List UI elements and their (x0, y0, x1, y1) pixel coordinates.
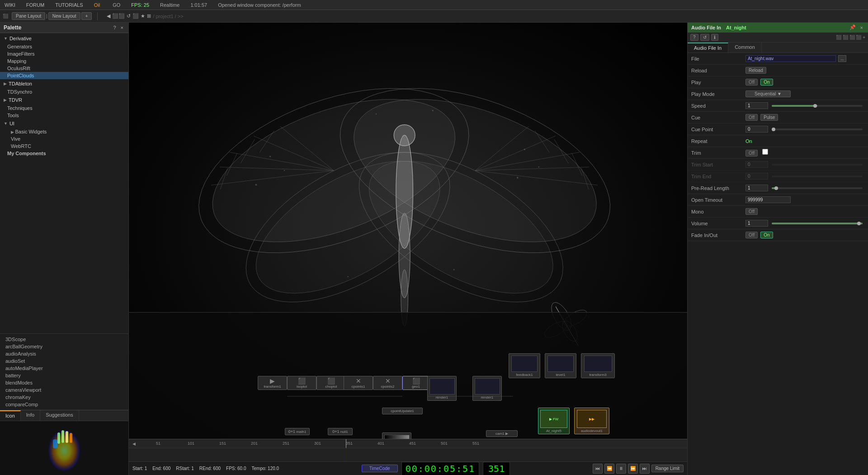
palette-sub-audioanalysis[interactable]: audioAnalysis (0, 350, 128, 357)
tutorials-menu[interactable]: TUTORIALS (53, 2, 85, 8)
param-play-off-btn[interactable]: Off (745, 79, 758, 86)
param-file-input[interactable] (745, 55, 836, 62)
nav-grid[interactable]: ⊞ (147, 13, 151, 19)
param-reload-btn[interactable]: Reload (745, 67, 766, 74)
transport-play-btn[interactable]: ⏸ (616, 464, 626, 474)
transport-prev-btn[interactable]: ⏮ (593, 464, 603, 474)
node-feedback1[interactable]: feedback1 (509, 353, 540, 378)
rpanel-tab-common[interactable]: Common (728, 43, 762, 52)
node-render1[interactable]: render1 (427, 376, 457, 401)
param-fadeinout-on-btn[interactable]: On (760, 232, 773, 238)
node-audiodevout[interactable]: ▶▶ audiodevout1 (574, 408, 609, 434)
palette-basic-widgets[interactable]: ▶ Basic Widgets (0, 128, 128, 135)
node-pointupdate[interactable]: cpointUpdate1 (382, 408, 423, 414)
oil-menu[interactable]: Oil (92, 2, 102, 8)
node-level1[interactable]: level1 (545, 353, 576, 378)
palette-generators[interactable]: Generators (0, 43, 128, 50)
palette-mapping[interactable]: Mapping (0, 57, 128, 65)
new-layout-btn[interactable]: New Layout (48, 12, 80, 20)
rpanel-tab-audiofilein[interactable]: Audio File In (688, 43, 728, 52)
param-opentimeout-input[interactable] (745, 196, 791, 203)
palette-sub-3dscope[interactable]: 3DScope (0, 336, 128, 343)
palette-imagefilters[interactable]: ImageFilters (0, 50, 128, 57)
param-prereadlength-slider[interactable] (772, 187, 863, 189)
palette-tab-icon[interactable]: Icon (0, 410, 21, 421)
palette-sub-battery[interactable]: battery (0, 372, 128, 379)
palette-tdableton-header[interactable]: ▶ TDAbleton (4, 80, 125, 87)
palette-tdvr-header[interactable]: ▶ TDVR (4, 96, 125, 104)
pane-layout-btn[interactable]: Pane Layout (12, 12, 45, 20)
palette-vive[interactable]: Vive (0, 135, 128, 142)
node-chopt1[interactable]: ⬛ choptol (316, 376, 346, 390)
transport-next-btn[interactable]: ⏭ (640, 464, 650, 474)
palette-techniques[interactable]: Techniques (0, 104, 128, 112)
palette-tdableton-section[interactable]: ▶ TDAbleton (0, 79, 128, 88)
nav-home[interactable]: ⬛ (132, 13, 139, 19)
transport-fwd-btn[interactable]: ⏩ (628, 464, 638, 474)
wiki-menu[interactable]: WIKI (3, 2, 17, 8)
palette-my-components[interactable]: My Components (0, 150, 128, 157)
palette-sub-audioset[interactable]: audioSet (0, 357, 128, 365)
rpanel-help-btn[interactable]: ? (690, 34, 698, 41)
rpanel-reload-btn[interactable]: ↺ (700, 34, 709, 41)
param-cuepoint-input[interactable] (745, 126, 768, 133)
timecode-label-btn[interactable]: TimeCode (362, 465, 398, 472)
node-glsl1[interactable]: ⬛ geo1 (402, 376, 429, 390)
palette-help-btn[interactable]: ? (112, 25, 117, 30)
palette-sub-blendmodes[interactable]: blendModes (0, 379, 128, 386)
right-panel-close-btn[interactable]: × (859, 24, 864, 30)
palette-derivative-header[interactable]: ▼ Derivative (4, 35, 125, 42)
palette-sub-comparecomp[interactable]: compareComp (0, 401, 128, 408)
param-trim-off-btn[interactable]: Off (745, 150, 758, 157)
palette-sub-cameraviewport[interactable]: cameraViewport (0, 386, 128, 394)
param-volume-input[interactable] (745, 220, 768, 227)
timeline-content[interactable] (129, 448, 687, 461)
param-fadeinout-off-btn[interactable]: Off (745, 232, 758, 238)
node-graph[interactable]: ▶ transform1 ⬛ isoptol ⬛ choptol ✕ cpoin… (129, 312, 687, 439)
add-layout-btn[interactable]: + (81, 12, 92, 20)
param-cue-off-btn[interactable]: Off (745, 114, 758, 121)
nav-reload[interactable]: ↺ (127, 13, 131, 19)
palette-sub-automediaplayer[interactable]: autoMediaPlayer (0, 365, 128, 372)
param-playmode-select[interactable]: Sequential ▼ (745, 90, 791, 97)
rpanel-info-btn[interactable]: ℹ (711, 34, 718, 41)
param-cue-pulse-btn[interactable]: Pulse (760, 114, 778, 121)
node-render2[interactable]: render1 (472, 376, 502, 401)
palette-tab-info[interactable]: Info (21, 410, 40, 421)
param-trim-checkbox[interactable] (762, 149, 768, 155)
palette-ui-section[interactable]: ▼ UI (0, 119, 128, 128)
param-play-on-btn[interactable]: On (760, 79, 773, 86)
palette-close-btn[interactable]: × (119, 25, 125, 30)
palette-tab-suggestions[interactable]: Suggestions (40, 410, 79, 421)
param-prereadlength-input[interactable] (745, 185, 768, 191)
nav-back-btn[interactable]: ◀ (107, 13, 110, 19)
node-isop1[interactable]: ⬛ isoptol (287, 376, 316, 390)
node-atnight[interactable]: ▶ FW At_night5 (538, 408, 570, 434)
param-file-browse-btn[interactable]: ... (838, 55, 846, 62)
node-cam1[interactable]: cam1 ▶ (486, 430, 518, 437)
node-null1[interactable]: 0+1 null1 (328, 428, 353, 435)
transport-back-btn[interactable]: ⏪ (604, 464, 614, 474)
param-cuepoint-slider[interactable] (772, 128, 863, 130)
node-spoints2[interactable]: ✕ cpoints2 (373, 376, 402, 390)
param-mono-off-btn[interactable]: Off (745, 208, 758, 215)
nav-bookmark[interactable]: ★ (141, 13, 145, 19)
palette-pointclouds[interactable]: PointClouds (0, 72, 128, 79)
palette-tdsynchro[interactable]: TDSynchro (0, 88, 128, 95)
viewport[interactable]: ▶ transform1 ⬛ isoptol ⬛ choptol ✕ cpoin… (129, 23, 687, 439)
palette-tools[interactable]: Tools (0, 112, 128, 119)
palette-tdvr-section[interactable]: ▶ TDVR (0, 95, 128, 104)
node-transform1[interactable]: ▶ transform1 (258, 376, 287, 390)
node-math1[interactable]: 0+1 math1 (285, 428, 310, 435)
node-ramp1[interactable]: ramp1 (382, 432, 411, 439)
palette-sub-arcball[interactable]: arcBallGeometry (0, 343, 128, 350)
palette-oculusrift[interactable]: OculusRift (0, 65, 128, 72)
palette-sub-chromakey[interactable]: chromaKey (0, 394, 128, 401)
node-spoints1[interactable]: ✕ cpoints1 (344, 376, 373, 390)
param-volume-slider[interactable] (772, 223, 863, 224)
playhead[interactable] (346, 439, 346, 448)
param-speed-input[interactable] (745, 102, 768, 109)
range-limit-btn[interactable]: Range Limit (651, 465, 684, 472)
palette-webrtc[interactable]: WebRTC (0, 142, 128, 150)
param-speed-slider[interactable] (772, 105, 863, 107)
